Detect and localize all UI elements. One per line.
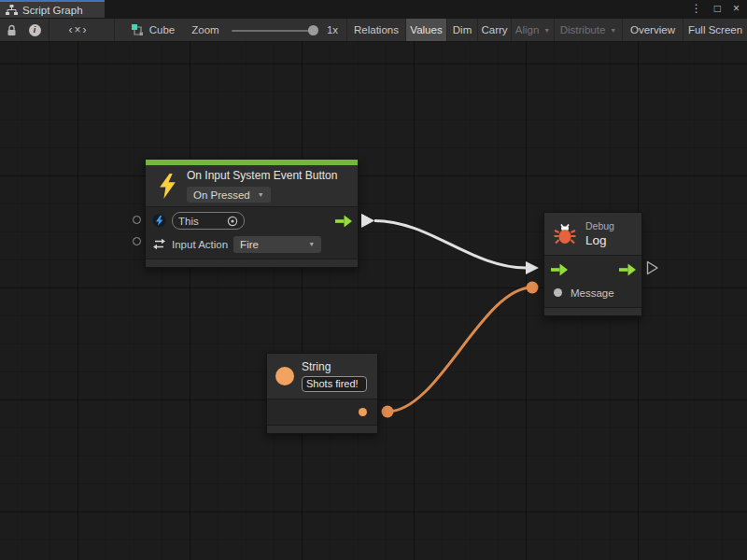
graph-context-label: Cube [149,24,176,35]
angle-brackets-icon: ‹×› [69,23,89,36]
message-input-port[interactable] [554,288,562,297]
debug-output-port-triangle[interactable] [646,260,659,275]
lock-button[interactable] [0,19,22,41]
window-controls: ⋮ □ × [691,0,740,18]
tab-title: Script Graph [22,5,83,16]
debug-node-category: Debug [585,220,614,231]
graph-toolbar: i ‹×› Cube Zoom 1x Relations [0,18,747,42]
trigger-output-port[interactable] [335,215,352,227]
close-icon[interactable]: × [733,0,740,18]
action-input-port[interactable] [133,237,141,245]
zoom-label: Zoom [187,19,224,41]
bolt-object-icon [152,214,166,228]
chevron-down-icon: ▼ [308,241,315,247]
carry-toggle[interactable]: Carry [477,19,511,41]
debug-header-texts: Debug Log [585,220,614,247]
event-node-header: On Input System Event Button On Pressed … [146,165,358,206]
input-action-icon [152,237,166,251]
event-mode-dropdown[interactable]: On Pressed ▼ [187,187,271,203]
value-wire[interactable] [388,287,532,412]
replace-unit-button[interactable]: ‹×› [54,19,103,41]
toolbar-separator [49,19,49,41]
object-picker-icon[interactable] [227,216,238,227]
debug-node-footer [544,307,641,315]
string-value-input[interactable]: Shots fired! [302,376,367,392]
lightning-bolt-icon [158,174,177,199]
tab-script-graph[interactable]: Script Graph [0,0,105,18]
string-node-body [267,399,377,425]
input-action-label: Input Action [172,239,228,250]
value-wire-start-dot [382,406,394,418]
chevron-down-icon: ▼ [610,27,616,34]
debug-node-header: Debug Log [544,213,641,255]
info-icon: i [29,24,41,36]
unity-script-graph-window: Script Graph ⋮ □ × i ‹×› [0,0,747,560]
chevron-down-icon: ▼ [258,191,264,198]
this-object-field[interactable]: This [172,212,245,230]
action-dropdown[interactable]: Fire ▼ [233,236,321,253]
node-debug-log[interactable]: Debug Log Message [543,212,642,316]
fullscreen-button[interactable]: Full Screen [683,19,747,41]
flow-row [544,258,641,281]
wire-start-triangle [361,214,374,227]
zoom-value: 1x [322,19,343,41]
graph-canvas[interactable]: On Input System Event Button On Pressed … [0,42,747,560]
graph-context-breadcrumb[interactable]: Cube [123,19,183,41]
string-type-icon [275,367,294,385]
distribute-dropdown[interactable]: Distribute ▼ [554,19,622,41]
zoom-slider-track[interactable] [232,30,314,32]
trigger-input-port[interactable] [551,263,568,275]
string-node-title: String [302,360,367,373]
chevron-down-icon: ▼ [543,27,550,34]
node-on-input-system-event-button[interactable]: On Input System Event Button On Pressed … [145,159,359,268]
message-label: Message [571,287,614,299]
maximize-icon[interactable]: □ [714,0,721,18]
bug-icon [553,222,577,246]
value-wire-end-dot [527,282,539,294]
window-menu-icon[interactable]: ⋮ [691,0,702,18]
message-row: Message [544,281,641,304]
values-toggle[interactable]: Values [405,19,446,41]
trigger-output-port[interactable] [619,263,636,275]
lock-icon [7,24,17,36]
info-button[interactable]: i [22,19,47,41]
relations-toggle[interactable]: Relations [346,19,405,41]
zoom-slider-handle[interactable] [308,25,318,35]
target-row: This [146,209,358,232]
toolbar-separator [114,19,115,41]
graph-asset-icon [132,24,144,36]
string-header-texts: String Shots fired! [302,360,367,399]
target-input-port[interactable] [133,216,141,224]
string-node-header: String Shots fired! [267,354,377,399]
toolbar-toggle-group: Relations Values Dim Carry Align ▼ Distr… [346,19,747,41]
control-wire[interactable] [374,221,526,269]
align-dropdown[interactable]: Align ▼ [511,19,554,41]
graph-hierarchy-icon [6,5,18,16]
debug-node-body: Message [544,255,641,307]
tab-bar: Script Graph ⋮ □ × [0,0,747,18]
input-action-row: Input Action Fire ▼ [146,232,358,256]
string-output-port[interactable] [359,408,367,416]
string-node-footer [267,425,377,433]
overview-button[interactable]: Overview [622,19,683,41]
dim-toggle[interactable]: Dim [446,19,477,41]
debug-node-title: Log [585,233,614,247]
event-node-body: This [146,206,358,259]
control-wire-end-arrow [526,261,539,274]
event-node-footer [146,259,358,267]
node-string-literal[interactable]: String Shots fired! [266,353,378,434]
event-node-title: On Input System Event Button [187,169,337,182]
event-header-texts: On Input System Event Button On Pressed … [187,169,337,203]
